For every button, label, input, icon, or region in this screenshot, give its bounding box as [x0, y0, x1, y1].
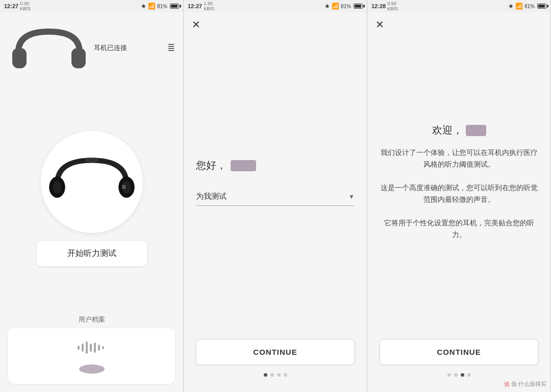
desc-line2: 这是一个高度准确的测试，您可以听到在您的听觉范围内最轻微的声音。	[381, 184, 538, 203]
kb-indicator: 0.30KB/S	[20, 1, 31, 11]
watermark: 值 值·什么值得买	[504, 380, 546, 388]
dot-3	[277, 373, 281, 377]
bluetooth-icon-2: ★	[324, 3, 330, 10]
dots-indicator-3	[447, 373, 471, 377]
wifi-icon-2: 📶	[332, 3, 339, 10]
description-block: 我们设计了一个体验，让您可以在耳机内执行医疗风格的听力阈值测试。 这是一个高度准…	[380, 147, 538, 241]
bluetooth-icon-3: ★	[508, 3, 514, 10]
waveform-icon	[77, 338, 107, 360]
time-1: 12:27	[4, 3, 18, 9]
settings-icon[interactable]: ≣	[167, 42, 175, 54]
panel-2-content: 您好， 为我测试 ▼	[184, 34, 367, 331]
headphone-circle: R	[41, 131, 143, 233]
dropdown-label: 为我测试	[196, 192, 227, 201]
desc-line1: 我们设计了一个体验，让您可以在耳机内执行医疗风格的听力阈值测试。	[381, 149, 538, 168]
continue-button-2[interactable]: CONTINUE	[196, 339, 355, 365]
header-left: 耳机已连接	[8, 17, 127, 79]
status-left-3: 12:28 0.50KB/S	[371, 1, 398, 11]
battery-pct-2: 81%	[341, 4, 351, 9]
hero-area: R 开始听力测试	[0, 84, 183, 315]
blurred-username-2	[231, 160, 256, 171]
bluetooth-icon-1: ★	[141, 3, 146, 10]
status-left-1: 12:27 0.30KB/S	[4, 1, 31, 11]
dot-3-4	[467, 373, 471, 377]
panel-2-topbar: ✕	[184, 12, 367, 34]
battery-icon-1	[170, 4, 179, 9]
svg-rect-1	[71, 48, 86, 68]
wifi-icon-3: 📶	[515, 3, 523, 10]
battery-pct-1: 81%	[157, 4, 167, 9]
battery-icon-2	[354, 4, 363, 9]
oval-indicator	[79, 364, 105, 374]
panel-2-bottom: CONTINUE	[184, 331, 367, 392]
greeting-text: 您好，	[196, 159, 227, 172]
status-bar-2: 12:27 1.50KB/S ★ 📶 81%	[184, 0, 367, 12]
svg-rect-8	[78, 346, 80, 350]
continue-button-3[interactable]: CONTINUE	[380, 339, 538, 365]
battery-pct-3: 81%	[524, 4, 535, 9]
svg-rect-13	[98, 345, 100, 351]
close-button-3[interactable]: ✕	[375, 19, 384, 30]
svg-rect-7	[85, 158, 98, 162]
svg-rect-12	[94, 343, 96, 353]
profile-label: 用户档案	[8, 315, 175, 324]
dot-2	[270, 373, 274, 377]
kb-indicator-2: 1.50KB/S	[204, 1, 214, 11]
headphone-small-icon	[8, 17, 90, 79]
time-3: 12:28	[371, 3, 386, 9]
blurred-username-3	[466, 125, 486, 136]
desc-line3: 它将用于个性化设置您的耳机，完美贴合您的听力。	[384, 219, 534, 239]
panel-1: 12:27 0.30KB/S ★ 📶 81% 耳机已连接 ≣	[0, 0, 184, 392]
status-right-2: ★ 📶 81%	[324, 3, 363, 10]
svg-rect-10	[86, 342, 88, 354]
status-right-1: ★ 📶 81%	[141, 3, 179, 10]
svg-rect-0	[12, 48, 27, 68]
profile-section: 用户档案	[0, 315, 183, 392]
panel-3-content: 欢迎， 我们设计了一个体验，让您可以在耳机内执行医疗风格的听力阈值测试。 这是一…	[367, 34, 550, 331]
connected-label: 耳机已连接	[94, 43, 127, 53]
svg-point-3	[53, 180, 61, 194]
welcome-text: 欢迎，	[432, 123, 463, 137]
start-test-button[interactable]: 开始听力测试	[37, 241, 147, 266]
panel-3: 12:28 0.50KB/S ★ 📶 81% ✕ 欢迎， 我们设计了一个体验，让…	[367, 0, 551, 392]
dot-3-1	[447, 373, 451, 377]
close-button-2[interactable]: ✕	[192, 19, 201, 30]
status-right-3: ★ 📶 81%	[508, 3, 546, 10]
dots-indicator-2	[264, 373, 287, 377]
welcome-area: 欢迎，	[380, 123, 538, 137]
svg-rect-14	[102, 346, 104, 349]
svg-text:R: R	[122, 185, 126, 190]
watermark-text: 值·什么值得买	[511, 380, 546, 388]
dot-3-3	[461, 373, 464, 377]
wifi-icon-1: 📶	[148, 3, 156, 10]
status-bar-3: 12:28 0.50KB/S ★ 📶 81%	[367, 0, 550, 12]
panel-2: 12:27 1.50KB/S ★ 📶 81% ✕ 您好， 为我测试 ▼ CONT…	[184, 0, 367, 392]
dot-4	[284, 373, 287, 377]
svg-rect-9	[82, 344, 84, 352]
panel-3-topbar: ✕	[367, 12, 550, 34]
dot-3-2	[454, 373, 458, 377]
svg-rect-11	[90, 344, 92, 352]
profile-card	[8, 328, 175, 384]
status-bar-1: 12:27 0.30KB/S ★ 📶 81%	[0, 0, 183, 12]
greeting-area: 您好，	[196, 159, 355, 172]
test-for-dropdown[interactable]: 为我测试 ▼	[196, 188, 355, 206]
status-left-2: 12:27 1.50KB/S	[188, 1, 214, 11]
headphone-large-icon: R	[48, 151, 135, 213]
dropdown-arrow-icon: ▼	[348, 193, 355, 200]
time-2: 12:27	[188, 3, 202, 9]
dot-1	[264, 373, 267, 377]
battery-icon-3	[537, 4, 546, 9]
panel-1-header: 耳机已连接 ≣	[0, 12, 183, 84]
watermark-icon: 值	[504, 380, 510, 388]
kb-indicator-3: 0.50KB/S	[387, 1, 398, 11]
